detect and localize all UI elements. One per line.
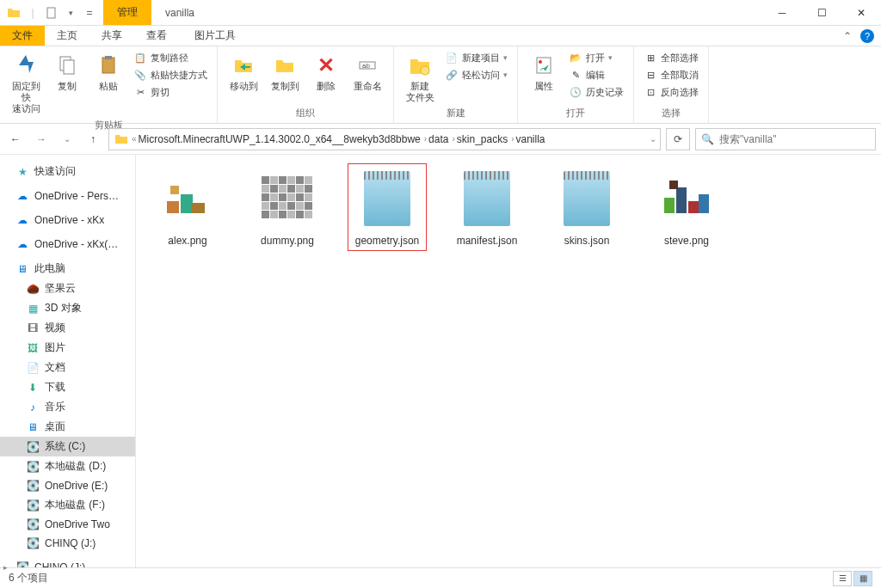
paste-shortcut-button[interactable]: 📎粘贴快捷方式 bbox=[131, 67, 210, 83]
back-button[interactable]: ← bbox=[5, 129, 26, 150]
up-button[interactable]: ↑ bbox=[83, 129, 103, 150]
sidebar-drive-onedrive2[interactable]: 💽OneDrive Two bbox=[0, 515, 135, 534]
invert-selection-button[interactable]: ⊡反向选择 bbox=[641, 84, 701, 100]
open-button[interactable]: 📂打开 ▾ bbox=[566, 50, 626, 65]
svg-rect-43 bbox=[305, 211, 312, 218]
breadcrumb-segment[interactable]: vanilla bbox=[516, 133, 545, 145]
select-none-button[interactable]: ⊟全部取消 bbox=[641, 67, 701, 83]
3d-icon: ▦ bbox=[26, 302, 40, 315]
file-item[interactable]: skins.json bbox=[547, 163, 626, 251]
select-all-button[interactable]: ⊞全部选择 bbox=[641, 50, 701, 65]
copy-path-button[interactable]: 📋复制路径 bbox=[131, 50, 210, 65]
sidebar-drive-j[interactable]: 💽CHINQ (J:) bbox=[0, 534, 135, 553]
sidebar-item[interactable]: 📄文档 bbox=[0, 358, 135, 377]
sidebar[interactable]: ★快速访问 ☁OneDrive - Pers… ☁OneDrive - xKx … bbox=[0, 155, 136, 567]
help-icon[interactable]: ? bbox=[860, 29, 874, 43]
paste-icon bbox=[95, 52, 122, 79]
file-item[interactable]: manifest.json bbox=[447, 163, 527, 251]
file-list[interactable]: alex.pngdummy.pnggeometry.jsonmanifest.j… bbox=[136, 155, 881, 567]
sidebar-onedrive-personal[interactable]: ☁OneDrive - Pers… bbox=[0, 187, 135, 205]
close-button[interactable]: ✕ bbox=[841, 0, 881, 26]
sidebar-item[interactable]: 🎞视频 bbox=[0, 318, 135, 338]
tab-home[interactable]: 主页 bbox=[45, 26, 89, 46]
sidebar-item[interactable]: ⬇下载 bbox=[0, 377, 135, 397]
sidebar-item[interactable]: 🌰坚果云 bbox=[0, 279, 135, 298]
sidebar-item[interactable]: 🖼图片 bbox=[0, 338, 135, 358]
sidebar-drive-f[interactable]: 💽本地磁盘 (F:) bbox=[0, 495, 135, 515]
new-item-button[interactable]: 📄新建项目 ▾ bbox=[442, 50, 510, 65]
tab-view[interactable]: 查看 bbox=[134, 26, 179, 46]
qat-overflow[interactable]: = bbox=[81, 4, 98, 21]
edit-icon: ✎ bbox=[569, 68, 582, 82]
copy-to-button[interactable]: 复制到 bbox=[266, 50, 304, 94]
sidebar-drive-e[interactable]: 💽OneDrive (E:) bbox=[0, 476, 135, 495]
breadcrumb-dropdown[interactable]: ⌄ bbox=[650, 134, 656, 144]
sidebar-drive-d[interactable]: 💽本地磁盘 (D:) bbox=[0, 456, 135, 476]
svg-rect-3 bbox=[102, 58, 114, 73]
rename-button[interactable]: ab重命名 bbox=[348, 50, 386, 94]
breadcrumb[interactable]: « Microsoft.MinecraftUWP_1.14.3002.0_x64… bbox=[108, 128, 661, 150]
svg-rect-25 bbox=[305, 185, 312, 193]
recent-locations-button[interactable]: ⌄ bbox=[57, 129, 77, 150]
pin-button[interactable]: 固定到快 速访问 bbox=[7, 50, 45, 117]
sidebar-quick-access[interactable]: ★快速访问 bbox=[0, 162, 135, 181]
sidebar-removable-j[interactable]: ▸💽CHINQ (J:) bbox=[0, 558, 135, 567]
file-item[interactable]: steve.png bbox=[647, 163, 726, 251]
collapse-ribbon-icon[interactable]: ⌃ bbox=[843, 30, 852, 42]
new-doc-icon[interactable] bbox=[43, 4, 60, 21]
sidebar-onedrive-xkx[interactable]: ☁OneDrive - xKx bbox=[0, 211, 135, 230]
refresh-button[interactable]: ⟳ bbox=[666, 128, 690, 150]
cut-button[interactable]: ✂剪切 bbox=[131, 84, 210, 100]
edit-button[interactable]: ✎编辑 bbox=[566, 67, 626, 83]
breadcrumb-segment[interactable]: data› bbox=[428, 133, 455, 145]
file-label: manifest.json bbox=[457, 235, 518, 247]
copy-icon bbox=[53, 52, 81, 79]
chevron-down-icon[interactable]: ▾ bbox=[62, 4, 79, 21]
status-bar: 6 个项目 ☰ ▦ bbox=[0, 567, 881, 588]
new-folder-button[interactable]: 新建 文件夹 bbox=[401, 50, 439, 105]
svg-rect-40 bbox=[279, 211, 286, 218]
sidebar-item[interactable]: 🖥桌面 bbox=[0, 417, 135, 437]
svg-rect-48 bbox=[669, 181, 678, 189]
tab-picture-tools[interactable]: 图片工具 bbox=[182, 26, 248, 46]
delete-icon: ✕ bbox=[312, 52, 340, 79]
file-item[interactable]: geometry.json bbox=[348, 163, 427, 251]
icons-view-button[interactable]: ▦ bbox=[853, 571, 872, 586]
svg-rect-0 bbox=[47, 8, 55, 18]
properties-button[interactable]: 属性 bbox=[525, 50, 563, 94]
svg-rect-47 bbox=[699, 194, 709, 213]
file-item[interactable]: alex.png bbox=[148, 163, 227, 251]
expand-icon[interactable]: ▸ bbox=[3, 563, 8, 567]
easy-access-button[interactable]: 🔗轻松访问 ▾ bbox=[442, 67, 510, 83]
minimize-button[interactable]: ─ bbox=[762, 0, 802, 26]
tab-file[interactable]: 文件 bbox=[0, 26, 45, 46]
svg-rect-16 bbox=[279, 176, 286, 184]
shortcut-icon: 📎 bbox=[133, 68, 147, 82]
sidebar-item[interactable]: ♪音乐 bbox=[0, 397, 135, 417]
search-input[interactable] bbox=[719, 133, 870, 145]
newitem-icon: 📄 bbox=[445, 51, 459, 64]
forward-button[interactable]: → bbox=[31, 129, 52, 150]
breadcrumb-segment[interactable]: skin_packs› bbox=[457, 133, 514, 145]
search-icon: 🔍 bbox=[701, 133, 714, 145]
move-to-button[interactable]: 移动到 bbox=[225, 50, 262, 94]
sidebar-this-pc[interactable]: 🖥此电脑 bbox=[0, 259, 135, 279]
copyto-icon bbox=[271, 52, 299, 79]
maximize-button[interactable]: ☐ bbox=[802, 0, 841, 26]
sidebar-item[interactable]: ▦3D 对象 bbox=[0, 298, 135, 318]
svg-rect-24 bbox=[296, 185, 304, 193]
details-view-button[interactable]: ☰ bbox=[833, 571, 852, 586]
breadcrumb-segment[interactable]: Microsoft.MinecraftUWP_1.14.3002.0_x64__… bbox=[139, 133, 428, 145]
copy-button[interactable]: 复制 bbox=[48, 50, 86, 94]
search-box[interactable]: 🔍 bbox=[695, 128, 876, 150]
sidebar-onedrive-xkx2[interactable]: ☁OneDrive - xKx(… bbox=[0, 235, 135, 254]
notepad-icon bbox=[356, 168, 418, 230]
svg-rect-2 bbox=[64, 60, 74, 74]
history-button[interactable]: 🕓历史记录 bbox=[566, 84, 626, 100]
tab-share[interactable]: 共享 bbox=[89, 26, 134, 46]
paste-button[interactable]: 粘贴 bbox=[89, 50, 127, 94]
svg-rect-12 bbox=[191, 203, 205, 213]
delete-button[interactable]: ✕删除 bbox=[307, 50, 345, 94]
sidebar-drive-c[interactable]: 💽系统 (C:) bbox=[0, 437, 135, 456]
file-item[interactable]: dummy.png bbox=[248, 163, 327, 251]
